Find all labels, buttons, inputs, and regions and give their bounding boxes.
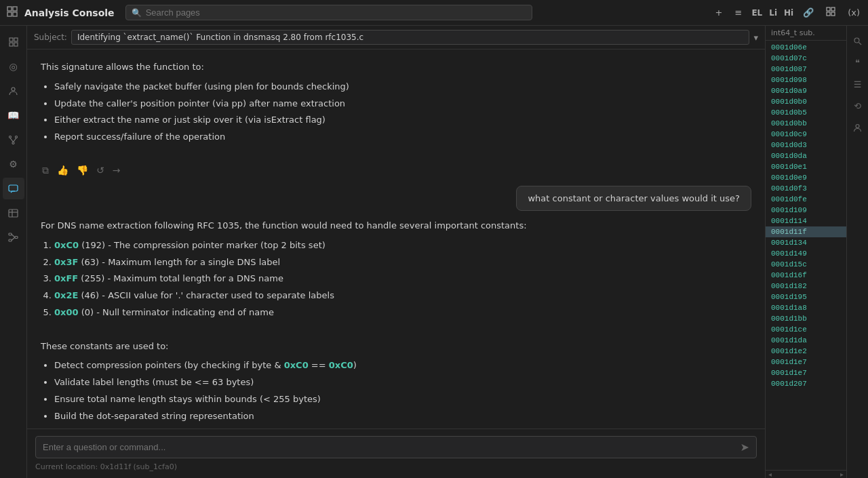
subject-value: Identifying `extract_name()` Function in…	[71, 30, 750, 45]
addr-item[interactable]: 0001d0e9	[766, 172, 846, 183]
msg1-bullet-1: Safely navigate the packet buffer (using…	[54, 80, 751, 94]
addr-item[interactable]: 0001d0da	[766, 151, 846, 161]
grid-icon[interactable]	[823, 5, 838, 20]
addr-item[interactable]: 0001d15c	[766, 259, 846, 270]
scroll-right-icon[interactable]: ▸	[840, 471, 846, 478]
svg-point-13	[9, 136, 12, 138]
addr-item[interactable]: 0001d1bb	[766, 313, 846, 324]
sidebar-icon-grid[interactable]	[3, 31, 24, 53]
addr-item[interactable]: 0001d134	[766, 237, 846, 248]
li-button[interactable]: Li	[769, 8, 777, 18]
sidebar-icon-person[interactable]	[3, 80, 24, 102]
svg-rect-3	[13, 12, 17, 16]
addr-item[interactable]: 0001d1ce	[766, 324, 846, 335]
svg-rect-4	[827, 7, 830, 11]
search-icon: 🔍	[132, 8, 142, 18]
address-list: 0001d06e 0001d07c 0001d087 0001d098 0001…	[766, 41, 846, 470]
svg-line-26	[12, 237, 15, 241]
hi-button[interactable]: Hi	[784, 8, 793, 18]
app-title: Analysis Console	[24, 7, 115, 18]
svg-rect-23	[15, 236, 18, 238]
forward-icon[interactable]: →	[111, 163, 122, 177]
right-panel-header: int64_t sub.	[766, 26, 846, 41]
search-bar[interactable]: 🔍	[125, 5, 532, 20]
sidebar-icon-settings[interactable]: ⚙	[3, 153, 24, 175]
refresh-icon[interactable]: ↺	[95, 163, 106, 177]
msg1-bullet-3: Either extract the name or just skip ove…	[54, 113, 751, 127]
svg-point-14	[16, 136, 18, 138]
sidebar-icon-branches[interactable]	[3, 129, 24, 151]
svg-rect-1	[13, 7, 17, 11]
scroll-left-icon[interactable]: ◂	[766, 471, 772, 478]
addr-item-active[interactable]: 0001d11f	[766, 226, 846, 237]
copy-icon[interactable]: ⧉	[41, 163, 50, 178]
input-row: ➤	[35, 436, 757, 458]
addr-item[interactable]: 0001d114	[766, 216, 846, 226]
addr-item[interactable]: 0001d0e1	[766, 161, 846, 172]
addr-item[interactable]: 0001d0d3	[766, 140, 846, 151]
svg-line-17	[14, 138, 17, 142]
x-button[interactable]: (x)	[845, 6, 863, 19]
el-button[interactable]: EL	[751, 8, 762, 18]
addr-item[interactable]: 0001d207	[766, 378, 846, 389]
subject-label: Subject:	[34, 33, 67, 42]
svg-line-16	[10, 138, 14, 142]
addr-item[interactable]: 0001d0f3	[766, 183, 846, 194]
addr-item[interactable]: 0001d182	[766, 281, 846, 292]
addr-item[interactable]: 0001d1e2	[766, 346, 846, 357]
addr-item[interactable]: 0001d0a9	[766, 85, 846, 96]
send-button[interactable]: ➤	[741, 441, 749, 454]
addr-item[interactable]: 0001d1da	[766, 335, 846, 346]
sidebar-icon-flow[interactable]	[3, 226, 24, 248]
msg2-use-2: Validate label lengths (must be <= 63 by…	[54, 376, 751, 390]
assistant-message-1: This signature allows the function to: S…	[41, 60, 751, 150]
msg2-item-5: 0x00 (0) - Null terminator indicating en…	[54, 306, 751, 320]
right-sidebar-lines-icon[interactable]: ☰	[848, 75, 867, 94]
addr-item[interactable]: 0001d087	[766, 64, 846, 75]
addr-item[interactable]: 0001d0b5	[766, 107, 846, 118]
menu-button[interactable]: ≡	[732, 6, 745, 19]
svg-rect-19	[9, 210, 18, 217]
addr-item[interactable]: 0001d149	[766, 248, 846, 259]
addr-item[interactable]: 0001d0fe	[766, 194, 846, 205]
subject-dropdown-icon[interactable]: ▾	[753, 33, 758, 43]
msg2-item-4: 0x2E (46) - ASCII value for '.' characte…	[54, 289, 751, 303]
svg-point-27	[854, 38, 859, 43]
sidebar-icon-table[interactable]	[3, 202, 24, 224]
thumbs-down-icon[interactable]: 👎	[75, 163, 90, 177]
thumbs-up-icon[interactable]: 👍	[56, 163, 70, 177]
msg2-use-4: Build the dot-separated string represent…	[54, 410, 751, 424]
addr-item[interactable]: 0001d1e7	[766, 367, 846, 378]
top-bar-actions: + ≡ EL Li Hi 🔗 (x)	[713, 5, 863, 20]
status-label: Current location:	[35, 462, 98, 471]
chat-area: This signature allows the function to: S…	[27, 49, 765, 429]
svg-point-29	[856, 124, 859, 127]
addr-item[interactable]: 0001d0c9	[766, 129, 846, 140]
right-sidebar-history-icon[interactable]: ⟲	[848, 96, 867, 115]
right-sidebar-search-icon[interactable]	[848, 31, 867, 50]
right-sidebar-quote-icon[interactable]: ❝	[848, 53, 867, 72]
addr-item[interactable]: 0001d098	[766, 75, 846, 85]
svg-rect-2	[7, 12, 12, 16]
addr-item[interactable]: 0001d07c	[766, 53, 846, 64]
addr-item[interactable]: 0001d0b0	[766, 96, 846, 107]
svg-rect-6	[827, 12, 830, 16]
sidebar-icon-chat[interactable]	[3, 178, 24, 199]
input-area: ➤ Current location: 0x1d11f (sub_1cfa0)	[27, 429, 765, 478]
sidebar-icon-book[interactable]: 📖	[3, 104, 24, 126]
addr-item[interactable]: 0001d109	[766, 205, 846, 216]
add-button[interactable]: +	[713, 6, 726, 19]
link-icon[interactable]: 🔗	[800, 6, 816, 19]
msg2-use-1: Detect compression pointers (by checking…	[54, 359, 751, 373]
sidebar-icon-target[interactable]: ◎	[3, 56, 24, 77]
addr-item[interactable]: 0001d0bb	[766, 118, 846, 129]
chat-input[interactable]	[43, 442, 735, 452]
addr-item[interactable]: 0001d06e	[766, 42, 846, 53]
addr-item[interactable]: 0001d1e7	[766, 357, 846, 367]
bottom-bar: ◂ ▸	[766, 470, 846, 478]
right-sidebar-user-icon[interactable]	[848, 118, 867, 137]
addr-item[interactable]: 0001d1a8	[766, 302, 846, 313]
addr-item[interactable]: 0001d16f	[766, 270, 846, 281]
search-input[interactable]	[146, 7, 526, 18]
addr-item[interactable]: 0001d195	[766, 292, 846, 302]
